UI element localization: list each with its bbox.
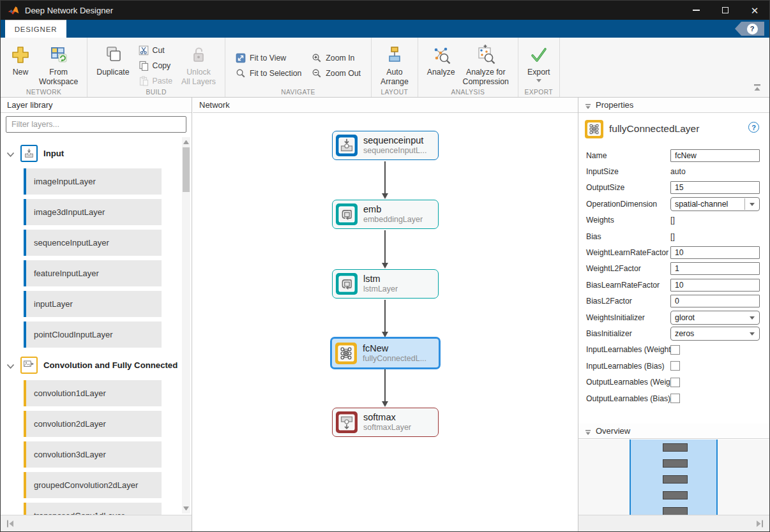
layer-node-emb[interactable]: embembeddingLayer	[332, 200, 439, 229]
weightlearnratefactor-input[interactable]	[670, 246, 760, 259]
library-item-transposedconv1dlayer[interactable]: transposedConv1dLayer	[24, 503, 162, 515]
biaslearnratefactor-input[interactable]	[670, 279, 760, 292]
ribbon-button-copy[interactable]: Copy	[136, 58, 175, 73]
ribbon-button-fit-to-selection[interactable]: Fit to Selection	[233, 66, 304, 81]
maximize-button[interactable]	[711, 1, 740, 20]
property-label: WeightsInitializer	[586, 313, 670, 322]
scroll-down-icon[interactable]	[183, 506, 189, 511]
help-button[interactable]: ?	[735, 22, 764, 36]
minimize-icon	[693, 10, 700, 11]
node-text: lstmlstmLayer	[363, 274, 398, 294]
library-section-convolution-and-fully-connected[interactable]: Convolution and Fully Connected	[1, 354, 180, 376]
library-item-convolution3dlayer[interactable]: convolution3dLayer	[24, 441, 162, 468]
property-label: OutputLearnables (Bias)	[586, 394, 670, 403]
library-item-featureinputlayer[interactable]: featureInputLayer	[24, 260, 162, 286]
scroll-up-icon[interactable]	[183, 140, 189, 144]
layer-help-icon[interactable]: ?	[748, 122, 759, 133]
connection-edge	[384, 369, 386, 402]
layer-node-softmax[interactable]: softmaxsoftmaxLayer	[332, 408, 439, 437]
properties-header[interactable]: Properties	[578, 98, 769, 113]
library-item-pointcloudinputlayer[interactable]: pointCloudInputLayer	[24, 321, 162, 348]
scrollbar-thumb[interactable]	[183, 147, 190, 192]
node-name: sequenceinput	[363, 135, 427, 146]
overview-header[interactable]: Overview	[578, 424, 769, 439]
library-item-imageinputlayer[interactable]: imageInputLayer	[24, 168, 162, 195]
minimize-button[interactable]	[681, 1, 711, 20]
ribbon-button-label: Fit to Selection	[250, 69, 301, 78]
node-name: softmax	[363, 412, 411, 423]
layer-node-sequenceinput[interactable]: sequenceinputsequenceInputL...	[332, 131, 439, 160]
name-input[interactable]	[670, 149, 760, 162]
ribbon-button-from-workspace[interactable]: FromWorkspace	[35, 40, 82, 89]
ribbon-button-analyze-for-compression[interactable]: Analyze forCompression	[459, 40, 513, 89]
ribbon-button-export[interactable]: Export	[524, 40, 554, 85]
node-type: lstmLayer	[363, 284, 398, 294]
ribbon-button-new[interactable]: New	[6, 40, 35, 80]
biasinitializer-dropdown[interactable]: zeros	[670, 327, 760, 341]
ribbon-button-zoom-in[interactable]: Zoom In	[309, 50, 363, 66]
layer-list-scrollbar[interactable]	[182, 137, 190, 514]
layer-library-title: Layer library	[7, 100, 53, 110]
property-row-biasl2factor: BiasL2Factor	[578, 293, 769, 309]
analyze-compression-icon	[476, 45, 496, 65]
overview-minimap[interactable]	[578, 440, 769, 516]
property-control: spatial-channel	[670, 197, 760, 211]
ribbon-group-network: NewFromWorkspaceNETWORK	[1, 38, 87, 97]
collapse-right-panel-icon[interactable]	[755, 519, 764, 528]
ribbon-button-duplicate[interactable]: Duplicate	[93, 40, 133, 80]
close-icon: ✕	[751, 6, 759, 15]
minimap-viewport[interactable]	[630, 440, 718, 516]
property-row-weightsinitializer: WeightsInitializerglorot	[578, 309, 769, 325]
fit-selection-icon	[236, 68, 246, 78]
ribbon-group-build: DuplicateCutCopyPasteUnlockAll LayersBUI…	[87, 38, 225, 97]
network-canvas[interactable]: sequenceinputsequenceInputL...embembeddi…	[193, 114, 578, 531]
library-section-input[interactable]: Input	[1, 142, 180, 164]
node-type: fullyConnectedL...	[363, 354, 427, 364]
property-control	[670, 345, 760, 355]
biasl2factor-input[interactable]	[670, 295, 760, 307]
ribbon-button-zoom-out[interactable]: Zoom Out	[309, 66, 363, 81]
minimap-node	[663, 475, 688, 484]
ribbon-button-unlock-all-layers: UnlockAll Layers	[177, 40, 220, 89]
ribbon-button-cut[interactable]: Cut	[136, 43, 175, 58]
ribbon-button-fit-to-view[interactable]: Fit to View	[233, 50, 304, 66]
weightl2factor-input[interactable]	[670, 262, 760, 275]
chevron-down-icon	[536, 79, 541, 82]
ribbon-button-analyze[interactable]: Analyze	[423, 40, 459, 80]
convolution-section-icon	[20, 357, 38, 374]
layer-node-lstm[interactable]: lstmlstmLayer	[332, 269, 439, 299]
ribbon-button-stack: Fit to ViewFit to Selection	[230, 40, 306, 84]
inputlearnables-weights-checkbox[interactable]	[670, 345, 680, 355]
outputsize-input[interactable]	[670, 181, 760, 194]
weightsinitializer-dropdown[interactable]: glorot	[670, 311, 760, 325]
tab-designer[interactable]: DESIGNER	[5, 20, 66, 38]
collapse-ribbon-icon[interactable]	[753, 84, 762, 92]
operationdimension-dropdown[interactable]: spatial-channel	[670, 197, 760, 211]
library-item-convolution1dlayer[interactable]: convolution1dLayer	[24, 380, 162, 406]
maximize-icon	[722, 7, 728, 13]
library-item-sequenceinputlayer[interactable]: sequenceInputLayer	[24, 230, 162, 256]
overview-title: Overview	[596, 426, 630, 436]
title-bar: Deep Network Designer ✕	[1, 1, 769, 20]
property-control	[670, 262, 760, 275]
ribbon-button-label: FromWorkspace	[39, 68, 78, 87]
inputlearnables-bias-checkbox[interactable]	[670, 361, 680, 371]
library-item-image3dinputlayer[interactable]: image3dInputLayer	[24, 199, 162, 225]
layer-node-fcnew[interactable]: fcNewfullyConnectedL...	[330, 337, 441, 369]
property-label: OperationDimension	[586, 200, 670, 209]
property-control	[670, 394, 760, 403]
filter-layers-input[interactable]	[6, 116, 186, 133]
collapse-left-panel-icon[interactable]	[6, 519, 15, 528]
node-type: embeddingLayer	[363, 215, 423, 225]
left-bottom-strip	[1, 515, 192, 531]
ribbon-group-label: NAVIGATE	[225, 89, 371, 96]
outputlearnables-weig-checkbox[interactable]	[670, 378, 680, 387]
property-row-weights: Weights[]	[578, 212, 769, 228]
library-item-convolution2dlayer[interactable]: convolution2dLayer	[24, 411, 162, 437]
outputlearnables-bias-checkbox[interactable]	[670, 394, 680, 403]
ribbon-button-auto-arrange[interactable]: AutoArrange	[377, 40, 412, 89]
minimap-node	[663, 459, 688, 468]
close-button[interactable]: ✕	[740, 1, 769, 20]
library-item-inputlayer[interactable]: inputLayer	[24, 291, 162, 317]
library-item-groupedconvolution2dlayer[interactable]: groupedConvolution2dLayer	[24, 472, 162, 498]
